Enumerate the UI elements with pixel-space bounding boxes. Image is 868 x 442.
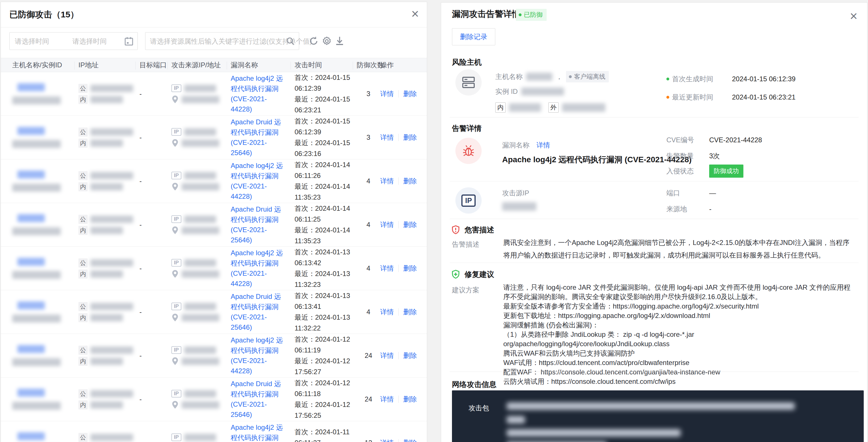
action-divider <box>398 308 399 316</box>
col-time[interactable]: 攻击时间 <box>294 60 357 70</box>
vuln-name-link[interactable]: Apache log4j2 远程代码执行漏洞 (CVE-2021-44228) <box>231 248 288 289</box>
host-name-cell[interactable] <box>12 170 79 192</box>
delete-action-link[interactable]: 删除 <box>403 264 417 273</box>
row-actions: 详情 删除 <box>380 89 420 98</box>
host-name-cell[interactable] <box>12 302 79 322</box>
delete-action-link[interactable]: 删除 <box>403 220 417 229</box>
delete-record-button[interactable]: 删除记录 <box>452 28 495 45</box>
vuln-detail-link[interactable]: 详情 <box>536 140 550 150</box>
private-ip-tag: 内 <box>79 226 88 235</box>
delete-action-link[interactable]: 删除 <box>403 394 417 404</box>
delete-action-link[interactable]: 删除 <box>403 133 417 142</box>
vuln-name-link[interactable]: Apache Druid 远程代码执行漏洞 (CVE-2021-25646) <box>231 379 288 420</box>
col-ip[interactable]: IP地址 <box>79 60 140 70</box>
host-name-cell[interactable] <box>12 432 79 442</box>
table-row: 公 内 - IP Apache log4j2 远程代码执行漏洞 (CVE-202… <box>1 247 427 290</box>
bug-icon <box>455 138 482 164</box>
private-ip-tag: 内 <box>79 270 88 279</box>
target-port-cell: - <box>140 395 172 403</box>
detail-action-link[interactable]: 详情 <box>380 177 394 186</box>
defense-count: 4 <box>357 177 380 185</box>
host-name-redacted <box>18 170 45 179</box>
action-divider <box>398 177 399 185</box>
vuln-name-link[interactable]: Apache log4j2 远程代码执行漏洞 (CVE-2021-44228) <box>231 335 288 376</box>
table-row: 公 内 - IP Apache Druid 远程代码执行漏洞 (CVE-2021… <box>1 203 427 247</box>
action-divider <box>398 90 399 97</box>
vuln-name-link[interactable]: Apache Druid 远程代码执行漏洞 (CVE-2021-25646) <box>231 117 288 158</box>
vuln-name-link[interactable]: Apache log4j2 远程代码执行漏洞 (CVE-2021-44228) <box>231 161 288 201</box>
host-name-line: 主机名称 ， 客户端离线 <box>495 71 609 83</box>
close-icon[interactable]: × <box>850 9 858 23</box>
harm-heading-row: 危害描述 <box>451 224 494 235</box>
vuln-name-link[interactable]: Apache Druid 远程代码执行漏洞 (CVE-2021-25646) <box>231 291 288 333</box>
detail-action-link[interactable]: 详情 <box>380 133 394 142</box>
row-actions: 详情 删除 <box>380 264 420 273</box>
search-icon[interactable] <box>286 36 296 46</box>
refresh-icon[interactable] <box>308 36 319 46</box>
delete-action-link[interactable]: 删除 <box>403 351 417 360</box>
detail-action-link[interactable]: 详情 <box>380 89 394 98</box>
delete-action-link[interactable]: 删除 <box>403 438 417 442</box>
section-divider <box>450 372 859 372</box>
detail-action-link[interactable]: 详情 <box>380 264 394 273</box>
detail-action-link[interactable]: 详情 <box>380 438 394 442</box>
detail-action-link[interactable]: 详情 <box>380 220 394 229</box>
attack-source-cell: IP <box>172 431 231 442</box>
ip-address-cell: 公 内 <box>79 387 140 411</box>
location-pin-icon <box>172 357 179 366</box>
host-name-redacted <box>18 127 45 135</box>
col-host[interactable]: 主机名称/实例ID <box>12 60 79 70</box>
ip-badge-icon: IP <box>172 303 181 311</box>
host-name-cell[interactable] <box>12 258 79 279</box>
col-vuln[interactable]: 漏洞名称 <box>231 60 294 70</box>
vuln-name-link[interactable]: Apache log4j2 远程代码执行漏洞 (CVE-2021-44228) <box>231 73 288 114</box>
date-range-picker[interactable]: 请选择时间 请选择时间 <box>9 32 138 50</box>
search-input[interactable]: 请选择资源属性后输入关键字进行过滤(仅支持单个值) <box>145 32 299 50</box>
target-port-cell: - <box>140 439 172 442</box>
vuln-name-link[interactable]: Apache log4j2 远程代码执行漏洞 (CVE-2021-44228) <box>231 422 288 442</box>
col-actions[interactable]: 操作 <box>380 60 420 70</box>
date-start-placeholder: 请选择时间 <box>15 37 49 46</box>
public-ip-tag: 公 <box>79 302 88 311</box>
delete-action-link[interactable]: 删除 <box>403 89 417 98</box>
host-name-cell[interactable] <box>12 345 79 366</box>
delete-action-link[interactable]: 删除 <box>403 177 417 186</box>
host-name-cell[interactable] <box>12 389 79 410</box>
last-updated-row: 最近更新时间 2024-01-15 06:23:21 <box>666 93 796 102</box>
col-source[interactable]: 攻击来源IP/地址 <box>172 60 231 70</box>
host-name-cell[interactable] <box>12 214 79 235</box>
vuln-name-link[interactable]: Apache Druid 远程代码执行漏洞 (CVE-2021-25646) <box>231 204 288 245</box>
settings-gear-icon[interactable] <box>321 36 332 46</box>
public-ip-tag: 公 <box>79 433 88 442</box>
host-name-cell[interactable] <box>12 83 79 104</box>
target-port-cell: - <box>140 308 172 316</box>
col-count[interactable]: 防御次数 <box>357 60 380 70</box>
detail-action-link[interactable]: 详情 <box>380 394 394 404</box>
ip-circle-icon: IP <box>455 187 482 214</box>
col-port[interactable]: 目标端口 <box>140 60 172 70</box>
source-location-redacted <box>182 139 219 147</box>
close-icon[interactable]: × <box>411 7 419 20</box>
source-location-redacted <box>182 96 219 103</box>
client-offline-badge: 客户端离线 <box>566 71 609 83</box>
attack-source-cell: IP <box>172 344 231 368</box>
attack-source-cell: IP <box>172 126 231 150</box>
row-actions: 详情 删除 <box>380 394 420 404</box>
ip-address-cell: 公 内 <box>79 213 140 237</box>
risk-host-heading: 风险主机 <box>452 57 482 67</box>
location-pin-icon <box>172 270 179 279</box>
source-ip-redacted <box>184 216 216 223</box>
detail-action-link[interactable]: 详情 <box>380 307 394 317</box>
defense-count: 4 <box>357 264 380 272</box>
delete-action-link[interactable]: 删除 <box>403 307 417 317</box>
calendar-icon[interactable] <box>124 36 133 46</box>
host-name-cell[interactable] <box>12 127 79 148</box>
red-shield-icon <box>451 224 461 235</box>
private-ip-redacted <box>90 357 123 365</box>
detail-action-link[interactable]: 详情 <box>380 351 394 360</box>
offline-dot-icon <box>569 75 572 78</box>
download-icon[interactable] <box>335 36 345 46</box>
action-divider <box>398 352 399 359</box>
section-divider <box>450 117 859 118</box>
public-ip-redacted <box>90 346 133 354</box>
